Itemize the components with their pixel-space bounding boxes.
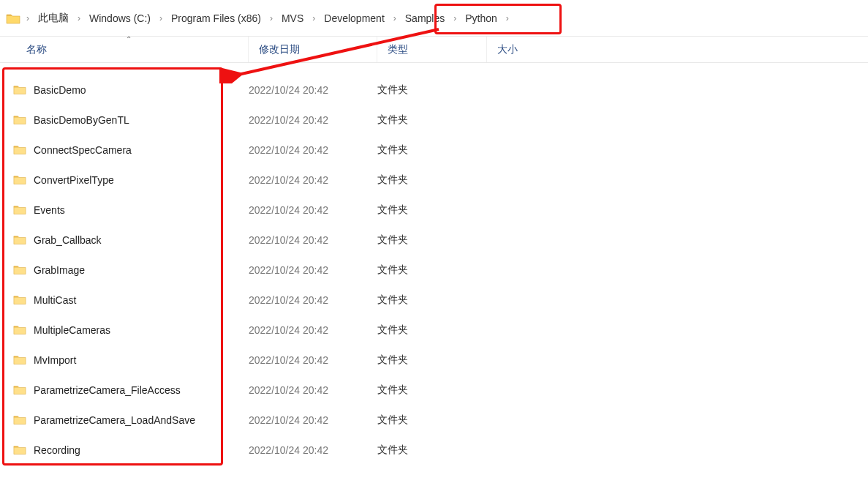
file-name-label: GrabImage (34, 264, 85, 276)
file-name-label: MultiCast (34, 294, 76, 306)
folder-icon (6, 12, 20, 24)
chevron-right-icon: › (155, 13, 167, 23)
table-row[interactable]: GrabImage2022/10/24 20:42文件夹 (0, 255, 868, 285)
file-name-label: Events (34, 204, 65, 216)
file-date-cell: 2022/10/24 20:42 (249, 264, 377, 276)
file-type-cell: 文件夹 (377, 83, 487, 97)
file-type-cell: 文件夹 (377, 294, 487, 307)
file-name-cell: ParametrizeCamera_FileAccess (0, 384, 249, 396)
file-date-cell: 2022/10/24 20:42 (249, 204, 377, 216)
file-date-cell: 2022/10/24 20:42 (249, 354, 377, 366)
file-name-cell: MvImport (0, 354, 249, 366)
file-name-cell: MultipleCameras (0, 324, 249, 336)
table-row[interactable]: Events2022/10/24 20:42文件夹 (0, 195, 868, 225)
file-name-label: ConnectSpecCamera (34, 144, 132, 156)
breadcrumb-windows-c[interactable]: Windows (C:) (86, 11, 154, 26)
table-row[interactable]: Grab_Callback2022/10/24 20:42文件夹 (0, 225, 868, 255)
file-type-cell: 文件夹 (377, 173, 487, 187)
breadcrumb-samples[interactable]: Samples (402, 11, 448, 26)
file-name-label: BasicDemoByGenTL (34, 114, 129, 126)
table-row[interactable]: BasicDemoByGenTL2022/10/24 20:42文件夹 (0, 105, 868, 135)
file-name-cell: GrabImage (0, 264, 249, 276)
table-row[interactable]: ParametrizeCamera_LoadAndSave2022/10/24 … (0, 405, 868, 435)
breadcrumb-python[interactable]: Python (462, 11, 500, 26)
table-row[interactable]: ConnectSpecCamera2022/10/24 20:42文件夹 (0, 135, 868, 165)
folder-icon (13, 174, 26, 185)
file-date-cell: 2022/10/24 20:42 (249, 294, 377, 306)
chevron-right-icon: › (449, 13, 461, 23)
file-name-cell: BasicDemoByGenTL (0, 114, 249, 126)
folder-icon (13, 84, 26, 95)
table-row[interactable]: MultiCast2022/10/24 20:42文件夹 (0, 285, 868, 315)
sort-caret-icon: ⌃ (126, 35, 132, 43)
table-row[interactable]: Recording2022/10/24 20:42文件夹 (0, 435, 868, 465)
file-date-cell: 2022/10/24 20:42 (249, 324, 377, 336)
folder-icon (13, 144, 26, 155)
folder-icon (13, 354, 26, 365)
table-row[interactable]: BasicDemo2022/10/24 20:42文件夹 (0, 75, 868, 105)
file-name-label: ParametrizeCamera_LoadAndSave (34, 414, 195, 426)
breadcrumb-development[interactable]: Development (321, 11, 388, 26)
column-header-size[interactable]: 大小 (487, 37, 868, 62)
folder-icon (13, 324, 26, 335)
column-header-row: ⌃ 名称 修改日期 类型 大小 (0, 37, 868, 63)
file-date-cell: 2022/10/24 20:42 (249, 144, 377, 156)
file-name-label: Recording (34, 444, 80, 456)
file-name-label: BasicDemo (34, 84, 86, 96)
folder-icon (13, 444, 26, 455)
table-row[interactable]: ConvertPixelType2022/10/24 20:42文件夹 (0, 165, 868, 195)
file-date-cell: 2022/10/24 20:42 (249, 444, 377, 456)
file-name-cell: ConnectSpecCamera (0, 144, 249, 156)
file-type-cell: 文件夹 (377, 143, 487, 157)
file-name-cell: MultiCast (0, 294, 249, 306)
file-type-cell: 文件夹 (377, 414, 487, 427)
file-type-cell: 文件夹 (377, 354, 487, 367)
file-name-label: MvImport (34, 354, 76, 366)
folder-icon (13, 384, 26, 395)
file-name-cell: Recording (0, 444, 249, 456)
chevron-right-icon: › (265, 13, 277, 23)
file-name-label: ParametrizeCamera_FileAccess (34, 384, 181, 396)
file-date-cell: 2022/10/24 20:42 (249, 234, 377, 246)
file-name-label: Grab_Callback (34, 234, 102, 246)
file-name-cell: ConvertPixelType (0, 174, 249, 186)
file-type-cell: 文件夹 (377, 113, 487, 127)
file-date-cell: 2022/10/24 20:42 (249, 414, 377, 426)
file-name-label: ConvertPixelType (34, 174, 114, 186)
file-date-cell: 2022/10/24 20:42 (249, 384, 377, 396)
chevron-right-icon: › (22, 13, 34, 23)
column-header-name[interactable]: 名称 (0, 37, 249, 62)
chevron-right-icon: › (502, 13, 513, 23)
folder-icon (13, 234, 26, 245)
table-row[interactable]: MultipleCameras2022/10/24 20:42文件夹 (0, 315, 868, 345)
folder-icon (13, 114, 26, 125)
chevron-right-icon: › (308, 13, 320, 23)
breadcrumb-mvs[interactable]: MVS (279, 11, 306, 26)
table-row[interactable]: ParametrizeCamera_FileAccess2022/10/24 2… (0, 375, 868, 405)
file-list: BasicDemo2022/10/24 20:42文件夹BasicDemoByG… (0, 63, 868, 465)
folder-icon (13, 264, 26, 275)
chevron-right-icon: › (389, 13, 401, 23)
file-type-cell: 文件夹 (377, 384, 487, 397)
table-row[interactable]: MvImport2022/10/24 20:42文件夹 (0, 345, 868, 375)
file-name-cell: Events (0, 204, 249, 216)
breadcrumb[interactable]: › 此电脑 › Windows (C:) › Program Files (x8… (0, 0, 868, 37)
file-date-cell: 2022/10/24 20:42 (249, 174, 377, 186)
file-date-cell: 2022/10/24 20:42 (249, 84, 377, 96)
folder-icon (13, 414, 26, 425)
file-type-cell: 文件夹 (377, 444, 487, 457)
file-name-cell: Grab_Callback (0, 234, 249, 246)
breadcrumb-program-files-x86[interactable]: Program Files (x86) (168, 11, 264, 26)
breadcrumb-this-pc[interactable]: 此电脑 (35, 10, 72, 26)
folder-icon (13, 294, 26, 305)
file-name-label: MultipleCameras (34, 324, 110, 336)
column-header-date[interactable]: 修改日期 (249, 37, 377, 62)
file-name-cell: ParametrizeCamera_LoadAndSave (0, 414, 249, 426)
folder-icon (13, 204, 26, 215)
file-name-cell: BasicDemo (0, 84, 249, 96)
file-date-cell: 2022/10/24 20:42 (249, 114, 377, 126)
file-type-cell: 文件夹 (377, 324, 487, 337)
column-header-type[interactable]: 类型 (377, 37, 487, 62)
file-type-cell: 文件夹 (377, 203, 487, 217)
file-type-cell: 文件夹 (377, 233, 487, 247)
